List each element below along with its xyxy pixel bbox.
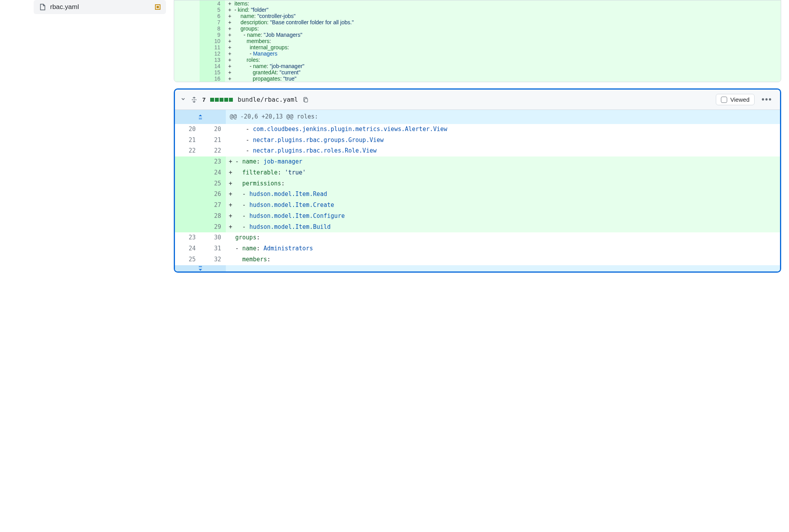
expand-up-icon[interactable] [175,110,226,124]
code-line[interactable]: 24+ filterable: 'true' [175,167,780,178]
diff-block-rbac-yaml: 7 bundle/rbac.yaml Viewed ••• [174,88,781,273]
code-line[interactable]: 25+ permissions: [175,178,780,189]
diff-block-items-yaml: 4+items:5+- kind: "folder"6+ name: "cont… [174,0,781,82]
file-icon [39,4,46,11]
svg-point-1 [194,99,194,100]
svg-point-0 [192,99,193,100]
code-line[interactable]: 28+ - hudson.model.Item.Configure [175,211,780,222]
code-line[interactable]: 10+ members: [174,38,781,44]
code-line[interactable]: 14+ - name: "job-manager" [174,63,781,69]
code-line[interactable]: 11+ internal_groups: [174,44,781,50]
diff-stat-squares [210,98,233,102]
code-line[interactable]: 12+ - Managers [174,50,781,57]
file-tree-item-label: rbac.yaml [50,3,151,11]
code-line[interactable]: 2431 - name: Administrators [175,243,780,254]
code-line[interactable]: 15+ grantedAt: "current" [174,69,781,75]
diff-body: @@ -20,6 +20,13 @@ roles: 2020 - com.clo… [175,110,780,271]
code-line[interactable]: 2330 groups: [175,232,780,243]
code-line[interactable]: 6+ name: "controller-jobs" [174,13,781,19]
code-line[interactable]: 2020 - com.cloudbees.jenkins.plugin.metr… [175,124,780,135]
modified-indicator-icon [155,4,160,10]
code-line[interactable]: 4+items: [174,0,781,7]
viewed-label: Viewed [730,96,749,103]
code-line[interactable]: 13+ roles: [174,57,781,63]
expand-diff-icon[interactable] [191,96,198,103]
viewed-checkbox[interactable]: Viewed [716,94,755,105]
code-line[interactable]: 2121 - nectar.plugins.rbac.groups.Group.… [175,135,780,146]
code-line[interactable]: 9+ - name: "Job Managers" [174,32,781,38]
svg-point-2 [196,99,196,100]
diff-main: 4+items:5+- kind: "folder"6+ name: "cont… [174,0,789,280]
code-line[interactable]: 5+- kind: "folder" [174,7,781,13]
code-line[interactable]: 16+ propagates: "true" [174,75,781,82]
hunk-info: @@ -20,6 +20,13 @@ roles: [226,110,322,124]
file-tree-item-rbac[interactable]: rbac.yaml [34,0,166,14]
svg-point-6 [201,117,202,117]
code-line[interactable]: 7+ description: "Base controller folder … [174,19,781,25]
checkbox-icon [721,97,727,103]
svg-point-8 [200,268,200,268]
code-line[interactable]: 2222 - nectar.plugins.rbac.roles.Role.Vi… [175,146,780,156]
svg-point-5 [200,117,200,117]
file-tree-sidebar: rbac.yaml [0,0,166,280]
code-line[interactable]: 23+- name: job-manager [175,156,780,167]
code-line[interactable]: 8+ groups: [174,25,781,32]
diff-more-menu[interactable]: ••• [759,93,775,106]
diff-header: 7 bundle/rbac.yaml Viewed ••• [175,90,780,110]
hunk-header-row[interactable]: @@ -20,6 +20,13 @@ roles: [175,110,780,124]
diff-file-path[interactable]: bundle/rbac.yaml [238,96,298,103]
copy-path-button[interactable] [303,97,309,103]
expand-down-icon[interactable] [175,265,226,271]
code-line[interactable]: 26+ - hudson.model.Item.Read [175,189,780,200]
svg-point-4 [199,117,199,117]
code-line[interactable]: 2532 members: [175,254,780,265]
collapse-toggle-icon[interactable] [180,96,186,103]
svg-point-9 [201,268,202,268]
svg-rect-3 [304,99,308,102]
svg-point-7 [199,268,199,268]
hunk-footer-row[interactable] [175,265,780,271]
code-line[interactable]: 29+ - hudson.model.Item.Build [175,222,780,233]
code-line[interactable]: 27+ - hudson.model.Item.Create [175,200,780,211]
diff-line-count: 7 [202,96,205,103]
